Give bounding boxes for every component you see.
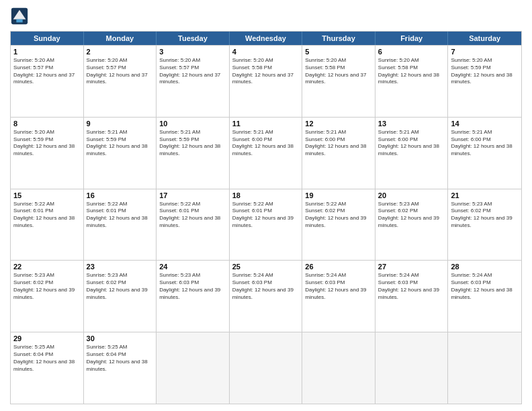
day-number: 9 <box>87 120 154 128</box>
day-number: 8 <box>13 120 81 128</box>
calendar-cell: 2 Sunrise: 5:20 AMSunset: 5:57 PMDayligh… <box>84 46 157 117</box>
day-number: 17 <box>159 191 226 199</box>
cell-info: Sunrise: 5:20 AMSunset: 5:58 PMDaylight:… <box>378 57 445 86</box>
cell-info: Sunrise: 5:23 AMSunset: 6:02 PMDaylight:… <box>87 272 154 301</box>
day-number: 10 <box>159 120 226 128</box>
calendar-cell: 29 Sunrise: 5:25 AMSunset: 6:04 PMDaylig… <box>11 332 84 404</box>
day-number: 27 <box>378 263 445 271</box>
day-number: 26 <box>305 263 372 271</box>
cell-info: Sunrise: 5:24 AMSunset: 6:03 PMDaylight:… <box>232 272 300 301</box>
day-number: 13 <box>378 120 445 128</box>
day-number: 30 <box>87 334 154 342</box>
day-number: 5 <box>305 48 372 56</box>
calendar-cell: 20 Sunrise: 5:23 AMSunset: 6:02 PMDaylig… <box>375 189 449 261</box>
weekday-header: Tuesday <box>157 32 230 45</box>
calendar-cell: 8 Sunrise: 5:20 AMSunset: 5:59 PMDayligh… <box>11 118 84 189</box>
day-number: 22 <box>13 263 81 271</box>
calendar-cell <box>302 332 375 404</box>
cell-info: Sunrise: 5:20 AMSunset: 5:58 PMDaylight:… <box>305 57 372 86</box>
day-number: 3 <box>159 48 226 56</box>
cell-info: Sunrise: 5:20 AMSunset: 5:57 PMDaylight:… <box>159 57 226 86</box>
day-number: 24 <box>159 263 226 271</box>
logo <box>10 7 32 26</box>
cell-info: Sunrise: 5:21 AMSunset: 6:00 PMDaylight:… <box>232 129 300 158</box>
cell-info: Sunrise: 5:20 AMSunset: 5:59 PMDaylight:… <box>451 57 519 86</box>
cell-info: Sunrise: 5:22 AMSunset: 6:01 PMDaylight:… <box>159 201 226 230</box>
cell-info: Sunrise: 5:20 AMSunset: 5:57 PMDaylight:… <box>87 57 154 86</box>
day-number: 16 <box>87 191 154 199</box>
calendar-cell: 28 Sunrise: 5:24 AMSunset: 6:03 PMDaylig… <box>448 261 521 332</box>
calendar-cell: 12 Sunrise: 5:21 AMSunset: 6:00 PMDaylig… <box>302 118 375 189</box>
calendar-header: SundayMondayTuesdayWednesdayThursdayFrid… <box>11 32 521 45</box>
cell-info: Sunrise: 5:24 AMSunset: 6:03 PMDaylight:… <box>305 272 372 301</box>
calendar-cell: 23 Sunrise: 5:23 AMSunset: 6:02 PMDaylig… <box>84 261 157 332</box>
day-number: 7 <box>451 48 519 56</box>
calendar-cell: 4 Sunrise: 5:20 AMSunset: 5:58 PMDayligh… <box>230 46 303 117</box>
calendar-row: 29 Sunrise: 5:25 AMSunset: 6:04 PMDaylig… <box>11 332 521 404</box>
calendar-cell <box>157 332 230 404</box>
cell-info: Sunrise: 5:22 AMSunset: 6:01 PMDaylight:… <box>13 201 81 230</box>
day-number: 23 <box>87 263 154 271</box>
day-number: 6 <box>378 48 445 56</box>
day-number: 14 <box>451 120 519 128</box>
cell-info: Sunrise: 5:21 AMSunset: 6:00 PMDaylight:… <box>451 129 519 158</box>
calendar-cell <box>448 332 521 404</box>
cell-info: Sunrise: 5:20 AMSunset: 5:58 PMDaylight:… <box>232 57 300 86</box>
day-number: 29 <box>13 334 81 342</box>
weekday-header: Thursday <box>302 32 375 45</box>
calendar-cell: 14 Sunrise: 5:21 AMSunset: 6:00 PMDaylig… <box>448 118 521 189</box>
calendar-body: 1 Sunrise: 5:20 AMSunset: 5:57 PMDayligh… <box>11 45 521 404</box>
cell-info: Sunrise: 5:21 AMSunset: 5:59 PMDaylight:… <box>87 129 154 158</box>
calendar-cell: 11 Sunrise: 5:21 AMSunset: 6:00 PMDaylig… <box>230 118 303 189</box>
day-number: 21 <box>451 191 519 199</box>
day-number: 11 <box>232 120 300 128</box>
day-number: 15 <box>13 191 81 199</box>
cell-info: Sunrise: 5:25 AMSunset: 6:04 PMDaylight:… <box>87 344 154 373</box>
calendar-cell: 9 Sunrise: 5:21 AMSunset: 5:59 PMDayligh… <box>84 118 157 189</box>
header <box>10 7 522 26</box>
calendar-cell: 1 Sunrise: 5:20 AMSunset: 5:57 PMDayligh… <box>11 46 84 117</box>
cell-info: Sunrise: 5:24 AMSunset: 6:03 PMDaylight:… <box>378 272 445 301</box>
calendar-cell: 30 Sunrise: 5:25 AMSunset: 6:04 PMDaylig… <box>84 332 157 404</box>
cell-info: Sunrise: 5:22 AMSunset: 6:02 PMDaylight:… <box>305 201 372 230</box>
cell-info: Sunrise: 5:24 AMSunset: 6:03 PMDaylight:… <box>451 272 519 301</box>
calendar-cell: 26 Sunrise: 5:24 AMSunset: 6:03 PMDaylig… <box>302 261 375 332</box>
calendar-cell: 19 Sunrise: 5:22 AMSunset: 6:02 PMDaylig… <box>302 189 375 261</box>
cell-info: Sunrise: 5:23 AMSunset: 6:02 PMDaylight:… <box>451 201 519 230</box>
cell-info: Sunrise: 5:25 AMSunset: 6:04 PMDaylight:… <box>13 344 81 373</box>
cell-info: Sunrise: 5:21 AMSunset: 6:00 PMDaylight:… <box>378 129 445 158</box>
calendar-cell <box>375 332 449 404</box>
calendar-cell: 25 Sunrise: 5:24 AMSunset: 6:03 PMDaylig… <box>230 261 303 332</box>
weekday-header: Sunday <box>11 32 84 45</box>
logo-icon <box>10 7 29 26</box>
day-number: 12 <box>305 120 372 128</box>
calendar-cell: 18 Sunrise: 5:22 AMSunset: 6:01 PMDaylig… <box>230 189 303 261</box>
cell-info: Sunrise: 5:22 AMSunset: 6:01 PMDaylight:… <box>87 201 154 230</box>
calendar-cell <box>230 332 303 404</box>
day-number: 20 <box>378 191 445 199</box>
weekday-header: Monday <box>84 32 157 45</box>
calendar-cell: 3 Sunrise: 5:20 AMSunset: 5:57 PMDayligh… <box>157 46 230 117</box>
cell-info: Sunrise: 5:22 AMSunset: 6:01 PMDaylight:… <box>232 201 300 230</box>
calendar: SundayMondayTuesdayWednesdayThursdayFrid… <box>10 31 522 404</box>
calendar-cell: 24 Sunrise: 5:23 AMSunset: 6:03 PMDaylig… <box>157 261 230 332</box>
day-number: 19 <box>305 191 372 199</box>
weekday-header: Wednesday <box>230 32 303 45</box>
day-number: 1 <box>13 48 81 56</box>
calendar-cell: 17 Sunrise: 5:22 AMSunset: 6:01 PMDaylig… <box>157 189 230 261</box>
calendar-cell: 21 Sunrise: 5:23 AMSunset: 6:02 PMDaylig… <box>448 189 521 261</box>
svg-rect-2 <box>16 19 22 23</box>
calendar-cell: 16 Sunrise: 5:22 AMSunset: 6:01 PMDaylig… <box>84 189 157 261</box>
calendar-cell: 5 Sunrise: 5:20 AMSunset: 5:58 PMDayligh… <box>302 46 375 117</box>
day-number: 18 <box>232 191 300 199</box>
day-number: 4 <box>232 48 300 56</box>
cell-info: Sunrise: 5:20 AMSunset: 5:57 PMDaylight:… <box>13 57 81 86</box>
calendar-cell: 10 Sunrise: 5:21 AMSunset: 5:59 PMDaylig… <box>157 118 230 189</box>
calendar-cell: 6 Sunrise: 5:20 AMSunset: 5:58 PMDayligh… <box>375 46 449 117</box>
page: SundayMondayTuesdayWednesdayThursdayFrid… <box>0 0 532 411</box>
day-number: 2 <box>87 48 154 56</box>
calendar-cell: 7 Sunrise: 5:20 AMSunset: 5:59 PMDayligh… <box>448 46 521 117</box>
cell-info: Sunrise: 5:21 AMSunset: 5:59 PMDaylight:… <box>159 129 226 158</box>
cell-info: Sunrise: 5:20 AMSunset: 5:59 PMDaylight:… <box>13 129 81 158</box>
calendar-cell: 22 Sunrise: 5:23 AMSunset: 6:02 PMDaylig… <box>11 261 84 332</box>
